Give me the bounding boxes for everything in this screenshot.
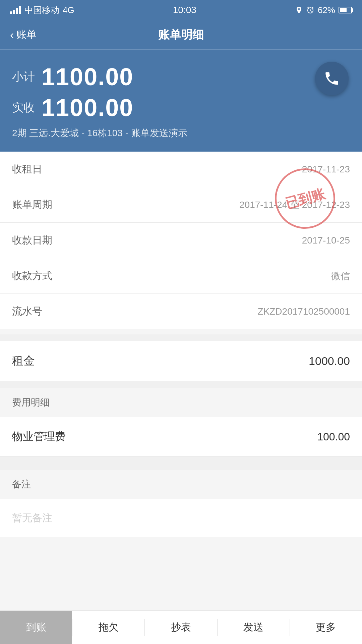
section-divider-1 bbox=[0, 334, 362, 341]
time-label: 10:03 bbox=[173, 5, 196, 15]
tab-item-overdue[interactable]: 拖欠 bbox=[72, 611, 144, 644]
page-title: 账单明细 bbox=[158, 27, 204, 43]
detail-value-1: 2017-11-24 至 2017-12-23 bbox=[239, 199, 350, 211]
location-icon bbox=[295, 6, 303, 14]
fee-label-0: 物业管理费 bbox=[12, 429, 66, 444]
subtotal-label: 小计 bbox=[12, 69, 35, 85]
status-left: 中国移动 4G bbox=[10, 4, 74, 16]
tab-item-meter[interactable]: 抄表 bbox=[145, 611, 217, 644]
detail-row-payment-date: 收款日期 2017-10-25 bbox=[0, 223, 362, 258]
network-label: 4G bbox=[63, 5, 74, 15]
fee-section-header: 费用明细 bbox=[0, 388, 362, 417]
alarm-icon bbox=[306, 6, 314, 14]
fee-row-management: 物业管理费 100.00 bbox=[0, 417, 362, 457]
tab-label-send: 发送 bbox=[243, 621, 263, 634]
note-section-title: 备注 bbox=[12, 479, 31, 489]
note-empty-text: 暂无备注 bbox=[12, 512, 52, 523]
status-bar: 中国移动 4G 10:03 62% bbox=[0, 0, 362, 20]
detail-row-rent-date: 收租日 2017-11-23 bbox=[0, 152, 362, 187]
note-section-header: 备注 bbox=[0, 463, 362, 499]
detail-value-4: ZKZD2017102500001 bbox=[257, 306, 350, 317]
back-button[interactable]: ‹ 账单 bbox=[10, 28, 37, 42]
subtotal-row: 小计 1100.00 bbox=[12, 63, 350, 91]
back-arrow-icon: ‹ bbox=[10, 28, 14, 41]
detail-label-0: 收租日 bbox=[12, 162, 42, 176]
detail-label-3: 收款方式 bbox=[12, 269, 52, 283]
detail-row-period: 账单周期 2017-11-24 至 2017-12-23 bbox=[0, 187, 362, 223]
phone-button[interactable] bbox=[315, 62, 349, 95]
detail-label-1: 账单周期 bbox=[12, 198, 52, 212]
detail-label-4: 流水号 bbox=[12, 305, 42, 318]
battery-icon bbox=[339, 7, 352, 13]
tab-label-overdue: 拖欠 bbox=[99, 621, 119, 634]
signal-icon bbox=[10, 6, 21, 14]
section-divider-2 bbox=[0, 381, 362, 388]
back-label: 账单 bbox=[16, 28, 37, 42]
detail-row-payment-method: 收款方式 微信 bbox=[0, 258, 362, 294]
nav-bar: ‹ 账单 账单明细 bbox=[0, 20, 362, 50]
detail-value-2: 2017-10-25 bbox=[302, 235, 350, 246]
detail-value-3: 微信 bbox=[331, 270, 350, 282]
tab-label-meter: 抄表 bbox=[171, 621, 191, 634]
phone-icon bbox=[323, 70, 340, 87]
section-divider-3 bbox=[0, 457, 362, 463]
fee-value-0: 100.00 bbox=[317, 431, 350, 443]
actual-row: 实收 1100.00 bbox=[12, 94, 350, 121]
rent-section: 租金 1000.00 bbox=[0, 341, 362, 381]
detail-label-2: 收款日期 bbox=[12, 233, 52, 247]
subtotal-value: 1100.00 bbox=[42, 63, 133, 91]
bottom-tab-bar: 到账 拖欠 抄表 发送 更多 bbox=[0, 610, 362, 644]
tab-label-more: 更多 bbox=[316, 621, 336, 634]
rent-row: 租金 1000.00 bbox=[0, 341, 362, 381]
rent-label: 租金 bbox=[12, 353, 35, 369]
detail-value-0: 2017-11-23 bbox=[302, 164, 350, 175]
note-content: 暂无备注 bbox=[0, 499, 362, 537]
rent-value: 1000.00 bbox=[309, 355, 350, 368]
carrier-label: 中国移动 bbox=[24, 4, 59, 16]
actual-label: 实收 bbox=[12, 100, 35, 115]
status-right: 62% bbox=[295, 5, 352, 15]
tab-item-more[interactable]: 更多 bbox=[290, 611, 362, 644]
actual-value: 1100.00 bbox=[42, 94, 133, 121]
tab-item-arrived[interactable]: 到账 bbox=[0, 611, 72, 644]
header-subtitle: 2期 三远.大爱城 - 16栋103 - 账单发送演示 bbox=[12, 127, 350, 140]
header-section: 小计 1100.00 实收 1100.00 2期 三远.大爱城 - 16栋103… bbox=[0, 50, 362, 152]
detail-row-serial: 流水号 ZKZD2017102500001 bbox=[0, 294, 362, 329]
detail-section: 已到账 收租日 2017-11-23 账单周期 2017-11-24 至 201… bbox=[0, 152, 362, 329]
tab-label-arrived: 到账 bbox=[26, 621, 46, 634]
battery-percent: 62% bbox=[318, 5, 335, 15]
fee-section-title: 费用明细 bbox=[12, 397, 50, 408]
tab-item-send[interactable]: 发送 bbox=[218, 611, 290, 644]
